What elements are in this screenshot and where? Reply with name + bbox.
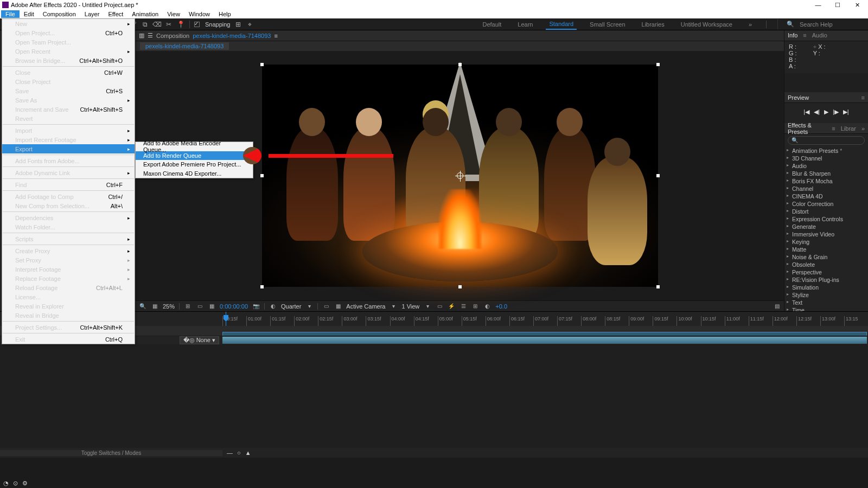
menu-window[interactable]: Window bbox=[184, 10, 214, 18]
selection-handle[interactable] bbox=[260, 285, 264, 288]
workspace-untitled-workspace[interactable]: Untitled Workspace bbox=[678, 20, 736, 29]
menu-file[interactable]: File bbox=[1, 10, 20, 18]
submenu-item-add-to-adobe-media-encoder-queue[interactable]: Add to Adobe Media Encoder Queue... bbox=[136, 142, 253, 151]
ruler-tick[interactable]: 01:15f bbox=[270, 316, 294, 326]
channel-icon[interactable]: ◐ bbox=[269, 303, 277, 310]
workspace-learn[interactable]: Learn bbox=[514, 20, 536, 29]
snap-opt1-icon[interactable]: ⊞ bbox=[234, 20, 242, 29]
resolution-dropdown[interactable]: Quarter bbox=[281, 303, 301, 310]
minimize-button[interactable]: — bbox=[814, 2, 822, 9]
res-icon[interactable]: ⊞ bbox=[184, 303, 192, 310]
prev-frame-button[interactable]: ◀| bbox=[814, 108, 820, 115]
ruler-tick[interactable]: 03:15f bbox=[366, 316, 390, 326]
effects-category[interactable]: Channel bbox=[784, 185, 868, 192]
exposure-value[interactable]: +0.0 bbox=[495, 303, 507, 310]
ruler-tick[interactable]: 02:15f bbox=[318, 316, 342, 326]
effects-category[interactable]: Simulation bbox=[784, 284, 868, 291]
export-submenu[interactable]: Add to Adobe Media Encoder Queue...Add t… bbox=[135, 142, 253, 178]
camera-dropdown[interactable]: Active Camera bbox=[346, 303, 385, 310]
workspace-libraries[interactable]: Libraries bbox=[639, 20, 668, 29]
selection-handle[interactable] bbox=[656, 63, 660, 66]
menu-item-watch-folder[interactable]: Watch Folder... bbox=[2, 222, 135, 232]
composition-tab[interactable]: pexels-kindel-media-7148093 bbox=[140, 42, 229, 50]
submenu-item-export-adobe-premiere-pro-project[interactable]: Export Adobe Premiere Pro Project... bbox=[136, 160, 253, 169]
safe-icon[interactable]: ▭ bbox=[196, 303, 203, 310]
ruler-tick[interactable]: 01:00f bbox=[246, 316, 270, 326]
ruler-tick[interactable]: 09:00f bbox=[629, 316, 653, 326]
effects-category[interactable]: Color Correction bbox=[784, 200, 868, 208]
eraser-tool-icon[interactable]: ⌫ bbox=[152, 20, 161, 29]
info-panel-header[interactable]: Info ≡ Audio bbox=[784, 30, 868, 41]
menu-item-open-project[interactable]: Open Project...Ctrl+O bbox=[2, 28, 135, 37]
effects-category[interactable]: Obsolete bbox=[784, 261, 868, 268]
transparency-icon[interactable]: ▦ bbox=[334, 303, 342, 310]
render-time-icon[interactable]: ▤ bbox=[773, 303, 781, 310]
menu-item-find[interactable]: FindCtrl+F bbox=[2, 180, 135, 189]
selection-handle[interactable] bbox=[656, 174, 660, 177]
roto-tool-icon[interactable]: ✂ bbox=[164, 20, 173, 29]
layers-icon[interactable]: ▥ bbox=[139, 32, 144, 39]
file-menu-dropdown[interactable]: NewOpen Project...Ctrl+OOpen Team Projec… bbox=[2, 18, 135, 344]
flowchart-icon[interactable]: ⊞ bbox=[471, 303, 479, 310]
menu-item-import-recent-footage[interactable]: Import Recent Footage bbox=[2, 135, 135, 144]
zoom-out-icon[interactable]: — bbox=[227, 450, 233, 456]
effects-category[interactable]: CINEMA 4D bbox=[784, 192, 868, 200]
menu-composition[interactable]: Composition bbox=[39, 10, 80, 18]
snapping-checkbox[interactable] bbox=[194, 22, 200, 27]
chevron-down-icon[interactable]: ▾ bbox=[424, 303, 431, 310]
ruler-tick[interactable]: 07:00f bbox=[533, 316, 557, 326]
menu-item-reveal-in-explorer[interactable]: Reveal in Explorer bbox=[2, 301, 135, 311]
menu-item-new-comp-from-selection[interactable]: New Comp from Selection...Alt+\ bbox=[2, 201, 135, 210]
effects-category[interactable]: Matte bbox=[784, 246, 868, 253]
alpha-icon[interactable]: ▦ bbox=[151, 303, 158, 310]
playhead[interactable] bbox=[226, 312, 226, 326]
menu-animation[interactable]: Animation bbox=[127, 10, 163, 18]
menu-item-open-team-project[interactable]: Open Team Project... bbox=[2, 37, 135, 47]
workspace-overflow-icon[interactable]: » bbox=[745, 20, 755, 29]
ruler-tick[interactable]: 05:00f bbox=[438, 316, 462, 326]
menu-effect[interactable]: Effect bbox=[104, 10, 127, 18]
grid-icon[interactable]: ▦ bbox=[208, 303, 215, 310]
menu-item-new[interactable]: New bbox=[2, 19, 135, 28]
selection-handle[interactable] bbox=[656, 285, 660, 288]
libraries-tab[interactable]: Librar bbox=[841, 125, 856, 132]
effects-category[interactable]: Immersive Video bbox=[784, 230, 868, 238]
effects-category[interactable]: Boris FX Mocha bbox=[784, 177, 868, 185]
menu-item-browse-in-bridge[interactable]: Browse in Bridge...Ctrl+Alt+Shift+O bbox=[2, 56, 135, 65]
effects-category[interactable]: Time bbox=[784, 306, 868, 311]
info-tab[interactable]: Info bbox=[788, 32, 797, 38]
selection-handle[interactable] bbox=[260, 63, 264, 66]
toggle-switches-button[interactable]: Toggle Switches / Modes bbox=[0, 450, 222, 456]
effects-category[interactable]: Audio bbox=[784, 162, 868, 170]
workspace-standard[interactable]: Standard bbox=[546, 19, 577, 30]
ruler-tick[interactable]: 09:15f bbox=[653, 316, 676, 326]
search-help-input[interactable] bbox=[800, 21, 865, 28]
menu-item-import[interactable]: Import bbox=[2, 126, 135, 135]
fast-preview-icon[interactable]: ⚡ bbox=[448, 303, 455, 310]
magnify-icon[interactable]: 🔍 bbox=[139, 303, 146, 310]
timeline-ruler[interactable]: 00:15f01:00f01:15f02:00f02:15f03:00f03:1… bbox=[222, 312, 868, 326]
pixel-aspect-icon[interactable]: ▭ bbox=[436, 303, 443, 310]
panel-menu-icon[interactable]: ≡ bbox=[274, 33, 277, 39]
menu-item-open-recent[interactable]: Open Recent bbox=[2, 47, 135, 56]
ruler-tick[interactable]: 11:15f bbox=[749, 316, 773, 326]
menu-item-dependencies[interactable]: Dependencies bbox=[2, 213, 135, 222]
effects-panel-header[interactable]: Effects & Presets ≡ Librar » bbox=[784, 123, 868, 134]
menu-view[interactable]: View bbox=[163, 10, 184, 18]
ruler-tick[interactable]: 02:00f bbox=[294, 316, 318, 326]
menu-bar[interactable]: FileEditCompositionLayerEffectAnimationV… bbox=[0, 10, 868, 18]
menu-item-project-settings[interactable]: Project Settings...Ctrl+Alt+Shift+K bbox=[2, 323, 135, 332]
snap-opt2-icon[interactable]: ⌖ bbox=[246, 20, 254, 29]
menu-item-save[interactable]: SaveCtrl+S bbox=[2, 86, 135, 95]
ruler-tick[interactable]: 13:15 bbox=[844, 316, 868, 326]
timeline-icon[interactable]: ☰ bbox=[459, 303, 467, 310]
audio-tab[interactable]: Audio bbox=[812, 32, 827, 38]
last-frame-button[interactable]: ▶| bbox=[843, 108, 849, 115]
chevron-down-icon[interactable]: ▾ bbox=[305, 303, 313, 310]
ruler-tick[interactable]: 05:15f bbox=[462, 316, 486, 326]
selection-handle[interactable] bbox=[458, 285, 462, 288]
menu-item-save-as[interactable]: Save As bbox=[2, 95, 135, 105]
exposure-reset-icon[interactable]: ◐ bbox=[483, 303, 491, 310]
effects-category[interactable]: RE:Vision Plug-ins bbox=[784, 276, 868, 284]
menu-item-close[interactable]: CloseCtrl+W bbox=[2, 68, 135, 77]
